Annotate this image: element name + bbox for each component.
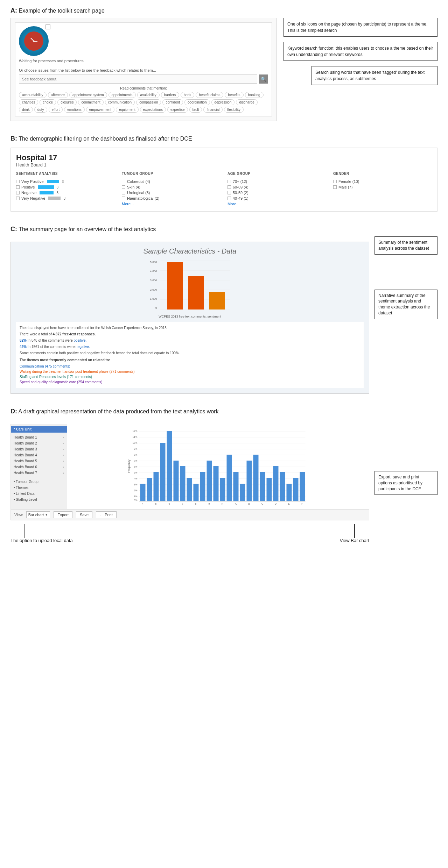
- tumour-more-link[interactable]: More...: [122, 202, 220, 206]
- svg-rect-57: [260, 472, 265, 501]
- tag-item[interactable]: charities: [19, 99, 38, 105]
- svg-text:0%: 0%: [134, 499, 137, 501]
- sidebar-nav-item[interactable]: Health Board 4›: [11, 452, 67, 458]
- tag-item[interactable]: fault: [189, 107, 202, 113]
- tag-item[interactable]: appointments: [108, 92, 136, 98]
- svg-rect-56: [253, 455, 259, 501]
- svg-text:8: 8: [195, 503, 197, 505]
- tumour-cb-1[interactable]: [122, 180, 125, 183]
- sidebar-nav-item[interactable]: Health Board 5›: [11, 458, 67, 464]
- gender-cb-f[interactable]: [333, 180, 337, 183]
- tag-item[interactable]: flexibility: [224, 107, 244, 113]
- sentiment-checkbox-n[interactable]: [16, 191, 20, 194]
- tumour-cb-3[interactable]: [122, 191, 125, 194]
- sentiment-checkbox-p[interactable]: [16, 185, 20, 189]
- export-button[interactable]: Export: [54, 511, 72, 518]
- tag-item[interactable]: closures: [57, 99, 77, 105]
- tag-item[interactable]: commitment: [78, 99, 103, 105]
- tag-item[interactable]: appointment system: [69, 92, 107, 98]
- filter-item: Haematological (2): [122, 196, 220, 200]
- tag-item[interactable]: booking: [245, 92, 264, 98]
- tag-item[interactable]: depression: [211, 99, 235, 105]
- sidebar-group-item[interactable]: • Tumour Group: [11, 479, 67, 485]
- print-button[interactable]: ← Print: [96, 511, 117, 518]
- tumour-cb-2[interactable]: [122, 185, 125, 189]
- tagged-callout-box: Search using words that have been 'tagge…: [312, 66, 438, 85]
- tag-item[interactable]: duty: [34, 107, 47, 113]
- tag-item[interactable]: barriers: [161, 92, 179, 98]
- graphical-panel: * Care Unit Health Board 1›Health Board …: [10, 424, 369, 520]
- sidebar-item-label: Health Board 6: [14, 465, 37, 469]
- sidebar-arrow-icon: ›: [63, 454, 64, 457]
- sidebar-nav-item[interactable]: Health Board 7›: [11, 470, 67, 476]
- sidebar-nav-item[interactable]: Health Board 2›: [11, 440, 67, 446]
- age-cb-2[interactable]: [227, 185, 231, 189]
- svg-text:7%: 7%: [134, 460, 137, 462]
- tag-item[interactable]: compassion: [136, 99, 161, 105]
- sidebar-group-item[interactable]: • Staffing Level: [11, 497, 67, 503]
- tag-item[interactable]: coordination: [184, 99, 210, 105]
- svg-rect-55: [247, 461, 252, 501]
- age-cb-4[interactable]: [227, 197, 231, 200]
- tag-item[interactable]: expertise: [167, 107, 188, 113]
- toolkit-search-page: Waiting for processes and procedures Or …: [15, 22, 272, 116]
- svg-rect-8: [209, 292, 225, 310]
- tag-item[interactable]: emotions: [64, 107, 85, 113]
- dashboard-panel: Hospital 17 Health Board 1 SENTIMENT ANA…: [10, 148, 438, 212]
- tag-item[interactable]: empowerment: [86, 107, 114, 113]
- svg-rect-40: [147, 478, 152, 501]
- tag-item[interactable]: communication: [105, 99, 135, 105]
- tags-container: accountabilityaftercareappointment syste…: [19, 92, 268, 113]
- sidebar-nav-item[interactable]: Health Board 6›: [11, 464, 67, 470]
- svg-rect-52: [227, 455, 232, 501]
- tag-item[interactable]: choice: [40, 99, 56, 105]
- tag-item[interactable]: benefit claims: [196, 92, 223, 98]
- age-filter-group: AGE GROUP 70+ (12) 60-69 (4) 50-59 (2): [227, 172, 326, 206]
- sentiment-checkbox-vp[interactable]: [16, 180, 20, 183]
- section-c-annotations: Summary of the sentiment analysis across…: [374, 236, 438, 319]
- tumour-filter-group: TUMOUR GROUP Colorectal (4) Skin (4) Uro…: [122, 172, 220, 206]
- sidebar-nav-item[interactable]: Health Board 1›: [11, 434, 67, 440]
- age-cb-3[interactable]: [227, 191, 231, 194]
- tag-item[interactable]: equipment: [116, 107, 139, 113]
- tag-item[interactable]: aftercare: [48, 92, 68, 98]
- page-wrapper: A: Example of the toolkit search page: [0, 0, 448, 564]
- search-input[interactable]: [19, 74, 257, 84]
- gender-cb-m[interactable]: [333, 185, 337, 189]
- tag-item[interactable]: expectations: [140, 107, 166, 113]
- filter-item: Female (10): [333, 179, 432, 184]
- tag-item[interactable]: effort: [49, 107, 63, 113]
- filter-item: Male (7): [333, 185, 432, 189]
- search-icon-btn[interactable]: 🔍: [259, 74, 268, 84]
- sentiment-checkbox-vn[interactable]: [16, 197, 20, 200]
- svg-text:6%: 6%: [134, 465, 137, 468]
- svg-text:A: A: [235, 503, 237, 505]
- filter-item: Very Positive 3: [16, 179, 115, 184]
- tag-item[interactable]: accountability: [19, 92, 47, 98]
- tag-item[interactable]: beds: [181, 92, 195, 98]
- narrative-theme-item: Speed and quality of diagnostic care (25…: [20, 379, 360, 385]
- theme-checkbox[interactable]: [46, 24, 50, 29]
- age-more-link[interactable]: More...: [227, 202, 326, 206]
- save-button[interactable]: Save: [76, 511, 92, 518]
- svg-rect-54: [240, 484, 245, 501]
- tag-item[interactable]: drink: [19, 107, 33, 113]
- tag-item[interactable]: discharge: [236, 99, 257, 105]
- tag-item[interactable]: benefits: [225, 92, 243, 98]
- sidebar-group-item[interactable]: • Themes: [11, 485, 67, 491]
- tag-item[interactable]: confident: [162, 99, 183, 105]
- svg-text:1%: 1%: [134, 495, 137, 498]
- tag-item[interactable]: financial: [203, 107, 223, 113]
- sidebar-group-item[interactable]: • Linked Data: [11, 491, 67, 497]
- svg-rect-39: [140, 484, 146, 501]
- sentiment-bar-vp: [47, 180, 59, 183]
- age-cb-1[interactable]: [227, 180, 231, 183]
- svg-text:9: 9: [209, 503, 210, 505]
- filter-item: 40-49 (1): [227, 196, 326, 200]
- svg-rect-61: [287, 484, 292, 501]
- chart-type-select[interactable]: Bar chart ▼: [26, 511, 50, 518]
- svg-text:4%: 4%: [134, 477, 137, 480]
- sidebar-nav-item[interactable]: Health Board 3›: [11, 446, 67, 452]
- tag-item[interactable]: availability: [137, 92, 160, 98]
- tumour-cb-4[interactable]: [122, 197, 125, 200]
